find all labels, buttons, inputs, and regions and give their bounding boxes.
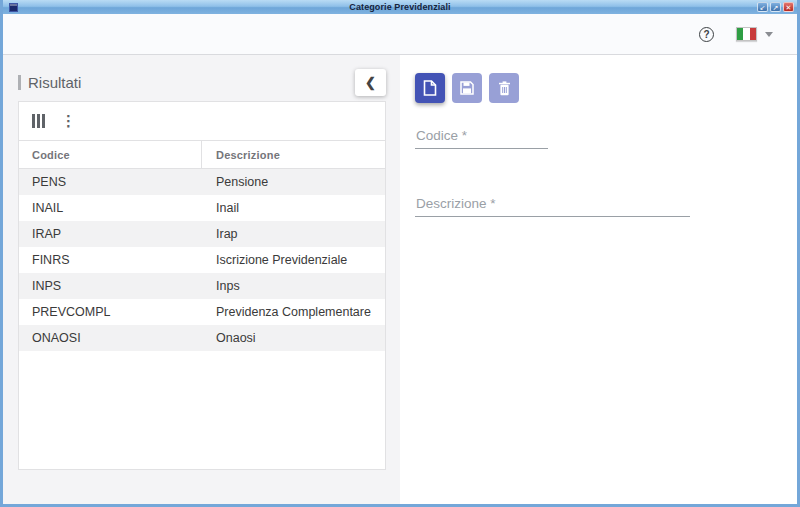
table-row[interactable]: PENS Pensione xyxy=(19,169,385,195)
table-cell-descrizione: Previdenza Complementare xyxy=(202,305,385,319)
table-row[interactable]: PREVCOMPL Previdenza Complementare xyxy=(19,299,385,325)
new-document-icon xyxy=(423,80,437,96)
detail-panel xyxy=(400,55,797,504)
window-title: Categorie Previdenziali xyxy=(3,0,797,14)
help-icon[interactable]: ? xyxy=(699,27,714,42)
codice-field xyxy=(415,126,548,149)
table-cell-descrizione: Onaosi xyxy=(202,331,385,345)
trash-icon xyxy=(498,81,511,96)
table-cell-codice: INAIL xyxy=(19,201,202,215)
flag-stripe-red xyxy=(750,28,756,40)
delete-button[interactable] xyxy=(489,73,519,103)
section-marker xyxy=(18,75,21,90)
table-cell-codice: FINRS xyxy=(19,253,202,267)
table-cell-codice: INPS xyxy=(19,279,202,293)
close-icon[interactable]: ✕ xyxy=(783,2,794,12)
table-row[interactable]: FINRS Iscrizione Previdenziale xyxy=(19,247,385,273)
table-cell-descrizione: Inail xyxy=(202,201,385,215)
results-title: Risultati xyxy=(28,74,81,91)
titlebar: Categorie Previdenziali ↙ ↗ ✕ xyxy=(3,0,797,14)
table-cell-descrizione: Irap xyxy=(202,227,385,241)
table-cell-descrizione: Iscrizione Previdenziale xyxy=(202,253,385,267)
column-header-descrizione[interactable]: Descrizione xyxy=(202,149,385,161)
table-row[interactable]: INPS Inps xyxy=(19,273,385,299)
language-selector[interactable] xyxy=(736,27,773,41)
table-cell-codice: IRAP xyxy=(19,227,202,241)
table-row[interactable]: INAIL Inail xyxy=(19,195,385,221)
table-cell-descrizione: Inps xyxy=(202,279,385,293)
kebab-menu-icon[interactable]: ⋮ xyxy=(61,114,76,128)
table-row[interactable]: IRAP Irap xyxy=(19,221,385,247)
table-cell-codice: PREVCOMPL xyxy=(19,305,202,319)
columns-icon[interactable] xyxy=(32,114,45,128)
app-toolbar: ? xyxy=(3,14,797,55)
table-cell-codice: ONAOSI xyxy=(19,331,202,345)
chevron-down-icon xyxy=(765,32,773,37)
table-cell-codice: PENS xyxy=(19,175,202,189)
descrizione-input[interactable] xyxy=(415,196,690,217)
table-header: Codice Descrizione xyxy=(19,140,385,169)
table-cell-descrizione: Pensione xyxy=(202,175,385,189)
restore-icon[interactable]: ↙ xyxy=(757,2,768,12)
results-panel: Risultati ❮ ⋮ Codice Descrizione PENS Pe… xyxy=(3,55,400,504)
codice-input[interactable] xyxy=(415,128,548,149)
save-button[interactable] xyxy=(452,73,482,103)
column-header-codice[interactable]: Codice xyxy=(19,141,202,168)
app-window: Categorie Previdenziali ↙ ↗ ✕ ? Risultat… xyxy=(0,0,800,507)
table-body: PENS Pensione INAIL Inail IRAP Irap FINR… xyxy=(19,169,385,469)
table-row[interactable]: ONAOSI Onaosi xyxy=(19,325,385,351)
collapse-panel-button[interactable]: ❮ xyxy=(355,69,386,96)
maximize-icon[interactable]: ↗ xyxy=(770,2,781,12)
new-record-button[interactable] xyxy=(415,73,445,103)
descrizione-field xyxy=(415,194,690,217)
italian-flag-icon xyxy=(736,27,757,41)
results-table: ⋮ Codice Descrizione PENS Pensione INAIL… xyxy=(18,101,386,470)
save-icon xyxy=(460,81,474,95)
action-bar xyxy=(415,73,797,103)
